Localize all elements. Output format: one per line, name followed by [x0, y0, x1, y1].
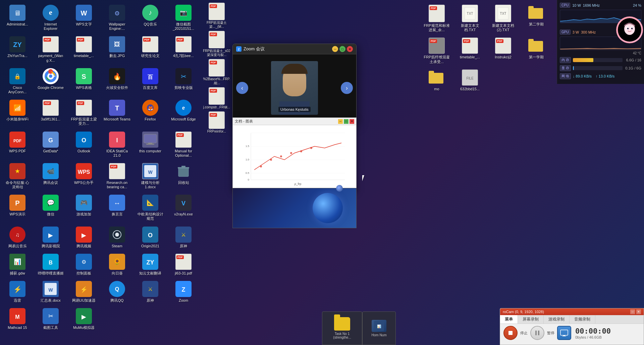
rocam-stop-button[interactable]	[503, 326, 518, 340]
icon-zoom[interactable]: Z Zoom	[169, 279, 198, 305]
icon-zhiyuntrans[interactable]: ZY 知云文献翻译	[136, 252, 165, 278]
icon-wps-sheet[interactable]: S WPS表格	[69, 66, 99, 96]
icon-admin[interactable]: 🖥 Administrat...	[3, 3, 32, 33]
icon-txvideo[interactable]: ▶ 腾讯影视院	[36, 225, 65, 250]
doc-minimize-button[interactable]: ─	[338, 119, 343, 124]
icon-yuanshen2[interactable]: ⚔ 原神	[136, 279, 165, 305]
icon-timetable2[interactable]: PDF timetable_...	[455, 36, 485, 66]
icon-wangyiyun[interactable]: ♫ 网易云音乐	[3, 225, 32, 250]
zoom-prev-button[interactable]: ‹	[236, 82, 248, 94]
icon-baidu[interactable]: 百 百度文库	[136, 66, 165, 96]
icon-diqixueqi[interactable]: 第二学期	[522, 3, 551, 34]
rocam-close-button[interactable]: ✕	[636, 309, 641, 314]
icon-frp-standards[interactable]: PDF FRP规范和标准进展_余...	[422, 3, 451, 34]
file-frpreinfor[interactable]: PDF FRPreinfor...	[202, 111, 231, 134]
icon-wechat-img[interactable]: 📷 微信截图_20210151...	[169, 3, 198, 33]
icon-huijpg[interactable]: 🖼 删去.JPG	[102, 34, 132, 64]
icon-frp-beams[interactable]: PDF FRP筋混凝土梁受力...	[69, 98, 99, 128]
icon-huanyan[interactable]: ↔ 换言言	[102, 193, 132, 223]
icon-origin[interactable]: O Origin2021	[136, 225, 165, 250]
zoom-next-button[interactable]: ›	[341, 82, 353, 94]
icon-gameadd[interactable]: 🎮 游戏加加	[69, 193, 99, 223]
icon-firefox[interactable]: 🦊 Firefox	[136, 98, 165, 128]
rocam-title-controls[interactable]: ─ ✕	[630, 309, 641, 314]
icon-zhiyun[interactable]: ZY ZhiYunTra...	[3, 34, 32, 64]
icon-huoxian[interactable]: 🔥 火绒安全软件	[102, 66, 132, 96]
icon-yuanshen[interactable]: ⚔ 原神	[169, 225, 198, 250]
icon-controlpanel[interactable]: ⚙ 控制面板	[69, 252, 99, 278]
icon-uuacc[interactable]: ⚡ 网易UU加速器	[69, 279, 99, 305]
icon-v2rayn[interactable]: V v2rayN.exe	[169, 193, 198, 223]
icon-mo[interactable]: mo	[422, 67, 451, 93]
doc-maximize-button[interactable]: □	[344, 119, 348, 124]
icon-instrukcij[interactable]: PDF Instrukcij2	[488, 36, 518, 66]
icon-wallpaper[interactable]: ⚙ Wallpaper Engine:...	[102, 3, 132, 33]
icon-yjs[interactable]: PDF 研究生论文	[136, 34, 165, 64]
icon-chrome[interactable]: Google Chrome	[36, 66, 65, 96]
file-frp-shear[interactable]: PDF FRP筋混凝土_s02梁深度与裂...	[202, 31, 231, 57]
icon-wpsoffice[interactable]: WPS WPS公办手	[69, 161, 99, 191]
rocam-tab-menu[interactable]: 菜单	[500, 315, 518, 324]
icon-buduo[interactable]: 📊 捕获.gdw	[3, 252, 32, 278]
rocam-pause-button[interactable]	[530, 326, 544, 340]
file-frp-beams[interactable]: PDF FRP筋混凝土梁..._(M...	[202, 3, 231, 29]
icon-diyixueqi[interactable]: 第一学期	[522, 36, 551, 66]
icon-qqmusic[interactable]: ♪ QQ音乐	[136, 3, 165, 33]
home-task-item[interactable]: 📊 Hom Num	[362, 311, 396, 345]
icon-mumu[interactable]: ▶ MuMu模拟器	[69, 306, 99, 332]
rocam-tab-screen[interactable]: 屏幕录制	[518, 315, 544, 324]
icon-manual[interactable]: PDF Manual for Optional...	[169, 130, 198, 160]
icon-xiangrishu[interactable]: 🌻 向日葵	[102, 252, 132, 278]
icon-ie[interactable]: e Internet Explorer	[36, 3, 65, 33]
icon-cisco[interactable]: 🔒 Cisco AnyConn...	[3, 66, 32, 96]
rocam-tab-audio[interactable]: 音频录制	[570, 315, 595, 324]
icon-msedge[interactable]: e Microsoft Edge	[169, 98, 198, 128]
file-jcomp[interactable]: PDF j.compstr...FR钢...	[202, 87, 231, 109]
icon-txqq[interactable]: Q 腾讯QQ	[102, 279, 132, 305]
zoom-window-controls[interactable]: ─ □ ✕	[332, 46, 353, 52]
file-asce[interactable]: PDF %2Basce%...FRP..能...	[202, 59, 231, 85]
icon-outlook[interactable]: O Outlook	[69, 130, 99, 160]
icon-research[interactable]: PDF Research.on bearing ca...	[102, 161, 132, 191]
icon-getdata[interactable]: G GetData*	[36, 130, 65, 160]
icon-mathcad[interactable]: M Mathcad 15	[3, 306, 32, 332]
rocam-minimize-button[interactable]: ─	[630, 309, 635, 314]
icon-new-txt[interactable]: TXT 新建文本文档.TXT	[455, 3, 485, 34]
icon-timetable[interactable]: PDF timetable_...	[69, 34, 99, 64]
icon-screenshot[interactable]: ✂ 截图工具	[36, 306, 65, 332]
icon-frp-fiber[interactable]: PDF FRP筋纤维混凝土承受...	[422, 36, 451, 66]
icon-jianying[interactable]: ✂ 剪映专业版	[169, 66, 198, 96]
icon-bilibili[interactable]: B 哔哩哔哩直播姬	[36, 252, 65, 278]
task-window-item[interactable]: Task No 1(strengthe...	[322, 311, 362, 345]
icon-frp447[interactable]: PDF 4孔7筋bee...	[169, 34, 198, 64]
icon-ideastatic[interactable]: I IDEA StatiCa 21.0	[102, 130, 132, 160]
doc-window-controls[interactable]: ─ □ ✕	[338, 119, 354, 124]
icon-txmeeting[interactable]: 📹 腾讯会议	[36, 161, 65, 191]
icon-jl63[interactable]: PDF jl63-31.pdf	[169, 252, 198, 278]
icon-wpspdf[interactable]: PDF WPS PDF	[3, 130, 32, 160]
doc-close-button[interactable]: ✕	[350, 119, 354, 124]
icon-new-txt2[interactable]: TXT 新建文本文档(2).TXT	[488, 3, 518, 34]
icon-mingling[interactable]: ★ 命令与征服:心灵终结	[3, 161, 32, 191]
icon-xunlei[interactable]: ⚡ 迅雷	[3, 279, 32, 305]
icon-txshipin[interactable]: ▶ 腾讯视频	[69, 225, 99, 250]
zoom-maximize-button[interactable]: □	[339, 46, 345, 52]
icon-steam[interactable]: S Steam	[102, 225, 132, 250]
icon-payment[interactable]: PDF payment_(Wang X...	[36, 34, 65, 64]
icon-msteams[interactable]: T Microsoft Teams	[102, 98, 132, 128]
icon-wps-ppt[interactable]: P WPS演示	[3, 193, 32, 223]
icon-weixin[interactable]: 💬 微信	[36, 193, 65, 223]
icon-file632[interactable]: FILE 632bbd15...	[455, 67, 485, 93]
icon-xiaomi-wifi[interactable]: 📶 小米随身WiFi	[3, 98, 32, 128]
icon-jianzhu[interactable]: W 建模与分析1.docx	[136, 161, 165, 191]
icon-recycle[interactable]: 回收站	[169, 161, 198, 191]
rocam-tab-game[interactable]: 游戏录制	[544, 315, 570, 324]
icon-zhongou[interactable]: 📐 中欧美结构设计规范	[136, 193, 165, 223]
icon-huizong[interactable]: W 汇总表.docx	[36, 279, 65, 305]
rocam-screen-button[interactable]	[557, 326, 571, 340]
icon-3a9ff[interactable]: PDF 3a9ff1361...	[36, 98, 65, 128]
zoom-close-button[interactable]: ✕	[347, 46, 353, 52]
icon-this-computer[interactable]: this computer	[136, 130, 165, 160]
icon-wps-word[interactable]: W WPS文字	[69, 3, 99, 33]
zoom-minimize-button[interactable]: ─	[332, 46, 338, 52]
